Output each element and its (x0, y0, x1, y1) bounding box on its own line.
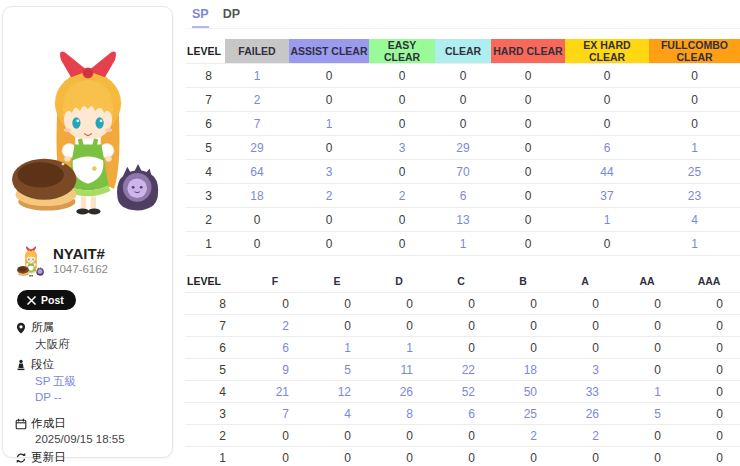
grade-count-cell: 0 (616, 447, 678, 466)
player-name: NYAIT# (53, 245, 108, 262)
clear-count-cell[interactable]: 18 (225, 184, 289, 208)
grade-count-cell: 0 (554, 447, 616, 466)
grade-table-row: 200002200 (185, 425, 740, 447)
grade-count-cell[interactable]: 2 (492, 425, 554, 447)
created-date-value: 2025/09/15 18:55 (35, 433, 172, 445)
grade-count-cell: 0 (678, 403, 740, 425)
post-button-label: Post (41, 294, 64, 306)
grade-count-cell: 0 (430, 315, 492, 337)
grade-count-cell[interactable]: 1 (306, 337, 368, 359)
grade-count-cell[interactable]: 11 (368, 359, 430, 381)
grade-count-cell[interactable]: 26 (368, 381, 430, 403)
clear-table-row: 72000000 (185, 88, 740, 112)
grade-count-cell[interactable]: 6 (244, 337, 306, 359)
clear-count-cell[interactable]: 2 (369, 184, 435, 208)
clear-count-cell[interactable]: 29 (435, 136, 491, 160)
grade-table: LEVELFEDCBAAAAAA800000000720000000661100… (185, 270, 740, 466)
tab-dp[interactable]: DP (223, 7, 240, 28)
grade-count-cell[interactable]: 7 (244, 403, 306, 425)
grade-count-cell: 0 (430, 337, 492, 359)
grade-count-cell: 0 (492, 447, 554, 466)
tab-sp[interactable]: SP (192, 7, 209, 28)
clear-count-cell[interactable]: 13 (435, 208, 491, 232)
grade-count-cell[interactable]: 25 (492, 403, 554, 425)
level-cell: 4 (185, 381, 244, 403)
player-card: NYAIT# 1047-6162 Post 所属 大阪府 段位 SP 五級 DP… (2, 6, 173, 458)
grade-count-cell[interactable]: 21 (244, 381, 306, 403)
grade-count-cell[interactable]: 22 (430, 359, 492, 381)
grade-count-cell: 0 (678, 425, 740, 447)
refresh-icon (15, 452, 27, 464)
x-post-button[interactable]: Post (17, 290, 76, 310)
grade-count-cell: 0 (244, 293, 306, 315)
clear-count-cell[interactable]: 29 (225, 136, 289, 160)
grade-count-cell[interactable]: 8 (368, 403, 430, 425)
clear-count-cell[interactable]: 44 (565, 160, 649, 184)
clear-type-header: EASY CLEAR (369, 39, 435, 64)
clear-count-cell[interactable]: 70 (435, 160, 491, 184)
clear-count-cell: 0 (435, 64, 491, 88)
clear-count-cell[interactable]: 1 (565, 208, 649, 232)
clear-count-cell[interactable]: 6 (435, 184, 491, 208)
grade-count-cell[interactable]: 33 (554, 381, 616, 403)
grade-count-cell: 0 (244, 447, 306, 466)
clear-count-cell[interactable]: 3 (289, 160, 369, 184)
grade-count-cell[interactable]: 18 (492, 359, 554, 381)
grade-count-cell[interactable]: 52 (430, 381, 492, 403)
grade-count-cell[interactable]: 5 (306, 359, 368, 381)
clear-count-cell: 0 (369, 160, 435, 184)
grade-count-cell: 0 (678, 359, 740, 381)
level-cell: 1 (185, 447, 244, 466)
grade-count-cell[interactable]: 1 (368, 337, 430, 359)
grade-count-cell[interactable]: 1 (616, 381, 678, 403)
grade-count-cell[interactable]: 9 (244, 359, 306, 381)
clear-count-cell: 0 (369, 64, 435, 88)
clear-count-cell: 0 (369, 88, 435, 112)
clear-count-cell[interactable]: 6 (565, 136, 649, 160)
clear-count-cell[interactable]: 1 (649, 232, 740, 256)
clear-count-cell[interactable]: 1 (289, 112, 369, 136)
created-label-text: 作成日 (31, 416, 66, 431)
clear-count-cell: 0 (289, 88, 369, 112)
grade-count-cell[interactable]: 2 (554, 425, 616, 447)
level-column-header: LEVEL (185, 39, 225, 64)
clear-count-cell[interactable]: 4 (649, 208, 740, 232)
grade-count-cell[interactable]: 2 (244, 315, 306, 337)
clear-count-cell[interactable]: 25 (649, 160, 740, 184)
grade-table-row: 37486252650 (185, 403, 740, 425)
clear-count-cell[interactable]: 1 (435, 232, 491, 256)
grade-column-header: D (368, 270, 430, 293)
grade-count-cell[interactable]: 26 (554, 403, 616, 425)
clear-count-cell[interactable]: 64 (225, 160, 289, 184)
level-cell: 7 (185, 88, 225, 112)
clear-count-cell[interactable]: 2 (225, 88, 289, 112)
grade-count-cell[interactable]: 50 (492, 381, 554, 403)
rank-figure-icon (15, 359, 27, 371)
clear-count-cell[interactable]: 37 (565, 184, 649, 208)
clear-count-cell[interactable]: 1 (649, 136, 740, 160)
clear-table-row: 5290329061 (185, 136, 740, 160)
grade-count-cell[interactable]: 4 (306, 403, 368, 425)
grade-count-cell[interactable]: 6 (430, 403, 492, 425)
clear-count-cell: 0 (289, 208, 369, 232)
grade-column-header: F (244, 270, 306, 293)
grade-column-header: A (554, 270, 616, 293)
rank-sp-link[interactable]: SP 五級 (35, 374, 172, 389)
clear-count-cell[interactable]: 2 (289, 184, 369, 208)
clear-count-cell[interactable]: 1 (225, 64, 289, 88)
level-cell: 1 (185, 232, 225, 256)
clear-count-cell[interactable]: 7 (225, 112, 289, 136)
rank-dp-link[interactable]: DP -- (35, 391, 172, 403)
clear-count-cell[interactable]: 3 (369, 136, 435, 160)
clear-count-cell: 0 (491, 184, 565, 208)
clear-count-cell: 0 (649, 88, 740, 112)
grade-count-cell: 0 (678, 293, 740, 315)
affiliation-value: 大阪府 (35, 337, 172, 352)
clear-count-cell: 0 (649, 64, 740, 88)
clear-count-cell[interactable]: 23 (649, 184, 740, 208)
grade-count-cell[interactable]: 5 (616, 403, 678, 425)
affiliation-label-text: 所属 (31, 320, 54, 335)
grade-count-cell[interactable]: 3 (554, 359, 616, 381)
clear-table-row: 10001001 (185, 232, 740, 256)
grade-count-cell[interactable]: 12 (306, 381, 368, 403)
